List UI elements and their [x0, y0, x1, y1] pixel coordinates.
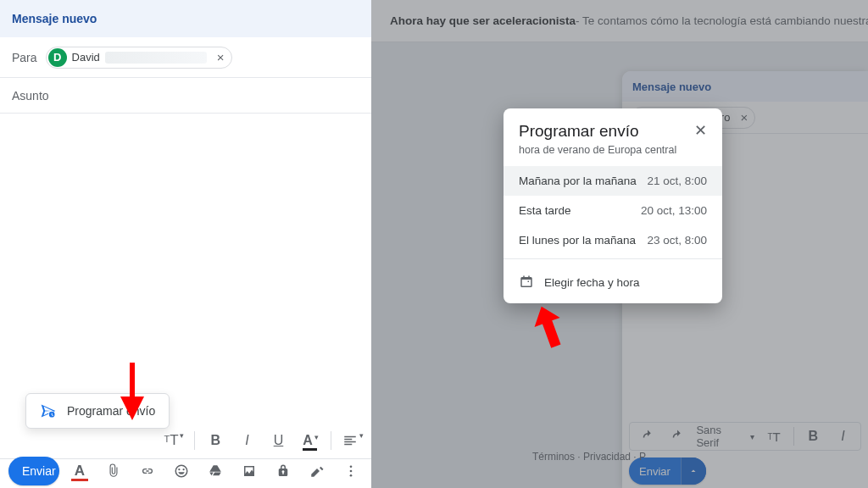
text-color-button[interactable]: A▾ [299, 429, 320, 452]
calendar-icon [519, 274, 534, 290]
emoji-icon[interactable] [170, 459, 193, 483]
subject-placeholder: Asunto [12, 89, 49, 103]
font-color-icon[interactable]: A [68, 459, 92, 483]
svg-point-2 [350, 470, 353, 473]
bold-button[interactable]: B [205, 429, 226, 452]
option-label: Mañana por la mañana [519, 175, 637, 187]
recipient-chip[interactable]: D David × [46, 47, 232, 69]
separator [504, 258, 722, 259]
send-row: Enviar A [0, 454, 371, 488]
to-label: Para [12, 51, 37, 64]
modal-subtitle: hora de verano de Europa central [519, 144, 707, 156]
svg-point-1 [350, 465, 353, 468]
custom-date-label: Elegir fecha y hora [544, 276, 640, 289]
schedule-modal: ✕ Programar envío hora de verano de Euro… [504, 108, 722, 303]
schedule-option[interactable]: Esta tarde 20 oct, 13:00 [504, 196, 722, 225]
separator [331, 431, 331, 450]
send-button[interactable]: Enviar [8, 457, 59, 485]
link-icon[interactable] [136, 459, 159, 483]
separator [194, 431, 195, 450]
option-label: El lunes por la mañana [519, 234, 636, 247]
annotation-arrow [115, 363, 149, 422]
confidential-icon[interactable] [271, 459, 295, 483]
custom-date-option[interactable]: Elegir fecha y hora [504, 263, 722, 303]
attach-icon[interactable] [102, 459, 125, 483]
option-time: 21 oct, 8:00 [647, 175, 707, 187]
signature-icon[interactable] [305, 459, 329, 483]
compose-title: Mensaje nuevo [12, 12, 97, 25]
schedule-option[interactable]: Mañana por la mañana 21 oct, 8:00 [504, 166, 722, 196]
svg-point-3 [350, 474, 353, 477]
align-button[interactable]: ▾ [342, 429, 363, 452]
option-time: 23 oct, 8:00 [647, 234, 707, 247]
schedule-send-icon [40, 402, 57, 419]
compose-window-left: Mensaje nuevo Para D David × Asunto d · … [0, 0, 371, 488]
recipient-name: David [72, 51, 100, 64]
option-label: Esta tarde [519, 204, 571, 217]
underline-button[interactable]: U [268, 429, 289, 452]
message-body[interactable] [0, 114, 371, 429]
modal-title: Programar envío [519, 122, 707, 141]
recipient-blurred [105, 52, 207, 64]
compose-icons: A [68, 459, 363, 483]
compose-header: Mensaje nuevo [0, 0, 371, 37]
drive-icon[interactable] [203, 459, 227, 483]
avatar: D [48, 48, 67, 67]
italic-button[interactable]: I [236, 429, 258, 452]
chip-remove-icon[interactable]: × [217, 50, 225, 64]
image-icon[interactable] [237, 459, 261, 483]
send-split-button: Enviar [8, 457, 59, 485]
option-time: 20 oct, 13:00 [641, 204, 707, 217]
to-row[interactable]: Para D David × [0, 37, 371, 78]
more-icon[interactable] [339, 459, 363, 483]
text-size-button[interactable]: TT▾ [163, 429, 184, 452]
close-icon[interactable]: ✕ [690, 120, 710, 141]
subject-input[interactable]: Asunto [0, 78, 371, 114]
schedule-option[interactable]: El lunes por la mañana 23 oct, 8:00 [504, 225, 722, 255]
annotation-arrow [530, 303, 569, 352]
